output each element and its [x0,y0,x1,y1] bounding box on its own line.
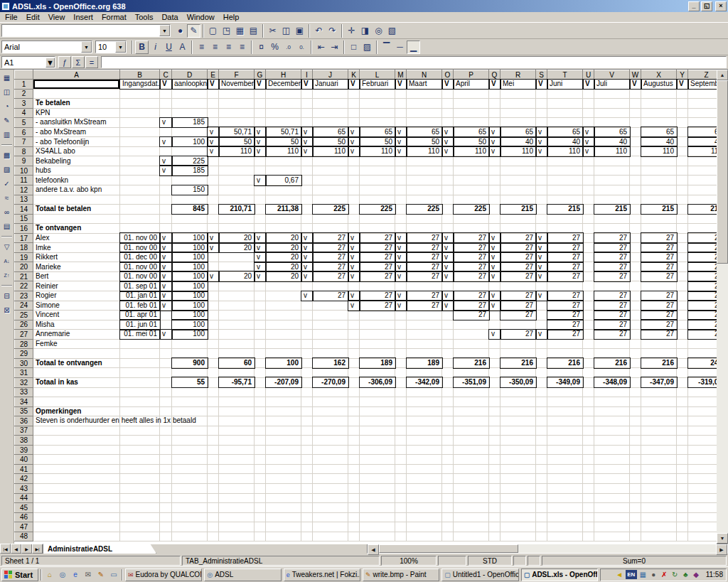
cell-Z1[interactable]: September [688,80,717,90]
cell-B46[interactable] [120,512,160,522]
cell-H44[interactable] [266,493,301,503]
cell-N17[interactable]: 27 [407,233,442,243]
cell-D48[interactable] [172,532,208,541]
cell-D1[interactable]: aanloopkn [172,80,208,90]
cell-Q13[interactable] [489,195,500,205]
cell-J27[interactable] [313,330,348,340]
cell-A8[interactable]: XS4ALL abo [33,146,120,156]
form-controls-icon[interactable]: ▥ [1,129,13,141]
cell-S41[interactable] [536,464,547,474]
cell-M2[interactable] [395,89,407,99]
cell-B43[interactable] [120,483,160,493]
cell-L3[interactable] [360,99,395,109]
cell-Y5[interactable] [677,118,688,128]
cell-W27[interactable] [630,330,641,340]
cell-N12[interactable] [407,185,442,195]
cell-M42[interactable] [395,474,407,484]
cell-I39[interactable] [301,445,313,455]
cell-S15[interactable] [536,214,547,224]
cell-F25[interactable] [219,311,255,320]
row-header-19[interactable]: 19 [15,252,33,262]
cell-G47[interactable] [255,522,266,532]
cell-N46[interactable] [407,512,442,522]
cell-V8[interactable]: 110 [594,146,630,156]
cell-R17[interactable]: 27 [500,233,536,243]
cell-H12[interactable] [266,185,301,195]
cell-C16[interactable] [160,224,172,234]
cell-K38[interactable] [348,436,360,446]
cell-X40[interactable] [641,455,677,465]
cell-N1[interactable]: Maart [407,80,442,90]
cell-D43[interactable] [172,483,208,493]
cell-U21[interactable] [583,271,594,281]
cell-Q9[interactable] [489,156,500,166]
cell-U32[interactable] [583,377,594,387]
row-header-14[interactable]: 14 [15,205,33,215]
cell-W8[interactable] [630,146,641,156]
cell-B10[interactable] [120,166,160,176]
cell-R32[interactable]: -350,09 [500,377,536,387]
cell-R40[interactable] [500,455,536,465]
cell-L5[interactable] [360,118,395,128]
cell-L20[interactable]: 27 [360,262,395,272]
cell-I46[interactable] [301,512,313,522]
cell-U17[interactable] [583,233,594,243]
cell-Z36[interactable] [688,416,717,426]
column-header-Z[interactable]: Z [688,70,717,80]
cell-S39[interactable] [536,445,547,455]
cell-E26[interactable] [208,320,219,330]
cell-P20[interactable]: 27 [454,262,489,272]
cell-J24[interactable] [313,301,348,311]
cell-reference-box[interactable]: A1 ▼ [1,56,55,68]
cell-H23[interactable] [266,291,301,301]
cell-K1[interactable]: V [348,80,360,90]
cell-K10[interactable] [348,166,360,176]
cell-W9[interactable] [630,156,641,166]
cell-W37[interactable] [630,426,641,436]
cell-Q2[interactable] [489,89,500,99]
cell-P22[interactable] [454,281,489,291]
cell-N21[interactable]: 27 [407,271,442,281]
row-header-44[interactable]: 44 [15,493,33,503]
column-header-V[interactable]: V [594,70,630,80]
cell-U6[interactable]: v [583,127,594,137]
cell-S34[interactable] [536,397,547,407]
cell-M41[interactable] [395,464,407,474]
insert-chart-icon[interactable]: ◔ [1,100,13,112]
cell-L40[interactable] [360,455,395,465]
cell-J48[interactable] [313,532,348,541]
cell-Y42[interactable] [677,474,688,484]
cell-L7[interactable]: 50 [360,137,395,147]
cell-G39[interactable] [255,445,266,455]
cell-K39[interactable] [348,445,360,455]
cell-K47[interactable] [348,522,360,532]
cell-X36[interactable] [641,416,677,426]
cell-U30[interactable] [583,358,594,368]
cell-T13[interactable] [547,195,583,205]
cell-Y35[interactable] [677,406,688,416]
chevron-down-icon[interactable]: ▼ [81,41,92,53]
cell-G28[interactable] [255,339,266,349]
cell-R21[interactable]: 27 [500,271,536,281]
cell-A44[interactable] [33,493,120,503]
cell-I4[interactable] [301,108,313,118]
cell-G9[interactable] [255,156,266,166]
cell-V43[interactable] [594,483,630,493]
cell-G38[interactable] [255,436,266,446]
cell-S20[interactable]: v [536,262,547,272]
cell-E2[interactable] [208,89,219,99]
cell-C32[interactable] [160,377,172,387]
cell-L2[interactable] [360,89,395,99]
cell-D35[interactable] [172,406,208,416]
cell-N31[interactable] [407,368,442,378]
cell-L19[interactable]: 27 [360,252,395,262]
cell-V2[interactable] [594,89,630,99]
cell-L47[interactable] [360,522,395,532]
cell-W28[interactable] [630,339,641,349]
cell-R19[interactable]: 27 [500,252,536,262]
compose-icon[interactable]: ✎ [95,569,107,581]
cell-Q18[interactable]: v [489,243,500,253]
row-header-2[interactable]: 2 [15,89,33,99]
cell-N13[interactable] [407,195,442,205]
cell-D32[interactable]: 55 [172,377,208,387]
